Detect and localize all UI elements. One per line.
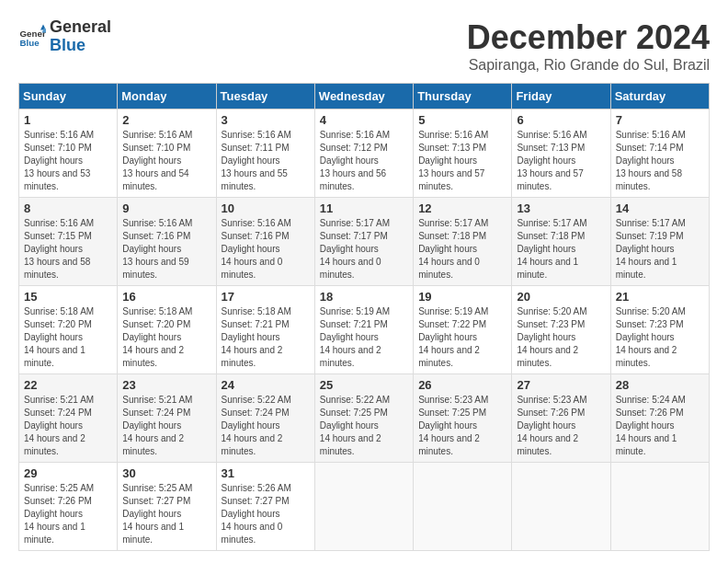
day-number: 21 <box>616 290 704 304</box>
day-info: Sunrise: 5:16 AMSunset: 7:14 PMDaylight … <box>616 129 704 193</box>
logo-text-blue: Blue <box>50 37 111 55</box>
header-saturday: Saturday <box>610 84 709 109</box>
calendar-cell: 30Sunrise: 5:25 AMSunset: 7:27 PMDayligh… <box>118 463 216 551</box>
calendar-cell <box>414 463 512 551</box>
calendar-cell: 8Sunrise: 5:16 AMSunset: 7:15 PMDaylight… <box>19 198 118 286</box>
calendar-cell: 22Sunrise: 5:21 AMSunset: 7:24 PMDayligh… <box>19 374 118 463</box>
calendar-cell: 20Sunrise: 5:20 AMSunset: 7:23 PMDayligh… <box>512 286 610 374</box>
day-number: 22 <box>24 378 112 392</box>
calendar-cell: 1Sunrise: 5:16 AMSunset: 7:10 PMDaylight… <box>19 109 118 198</box>
day-info: Sunrise: 5:16 AMSunset: 7:10 PMDaylight … <box>24 129 112 193</box>
day-info: Sunrise: 5:17 AMSunset: 7:17 PMDaylight … <box>320 217 408 282</box>
day-info: Sunrise: 5:25 AMSunset: 7:26 PMDaylight … <box>24 482 112 546</box>
header-tuesday: Tuesday <box>216 84 314 109</box>
logo-text-general: General <box>50 18 111 37</box>
calendar-cell: 26Sunrise: 5:23 AMSunset: 7:25 PMDayligh… <box>414 374 512 463</box>
calendar-cell <box>512 463 610 551</box>
day-number: 2 <box>122 113 210 127</box>
header-friday: Friday <box>512 84 610 109</box>
calendar-cell: 16Sunrise: 5:18 AMSunset: 7:20 PMDayligh… <box>118 286 216 374</box>
calendar-cell: 21Sunrise: 5:20 AMSunset: 7:23 PMDayligh… <box>610 286 709 374</box>
day-number: 3 <box>222 113 310 127</box>
day-info: Sunrise: 5:19 AMSunset: 7:21 PMDaylight … <box>320 305 408 370</box>
location-title: Sapiranga, Rio Grande do Sul, Brazil <box>467 57 710 74</box>
day-number: 8 <box>24 201 112 215</box>
day-info: Sunrise: 5:17 AMSunset: 7:18 PMDaylight … <box>517 217 605 282</box>
day-number: 19 <box>418 290 506 304</box>
day-info: Sunrise: 5:20 AMSunset: 7:23 PMDaylight … <box>517 305 605 370</box>
header-monday: Monday <box>118 84 216 109</box>
calendar-cell: 7Sunrise: 5:16 AMSunset: 7:14 PMDaylight… <box>610 109 709 198</box>
day-number: 6 <box>517 113 605 127</box>
calendar-cell: 17Sunrise: 5:18 AMSunset: 7:21 PMDayligh… <box>216 286 314 374</box>
day-info: Sunrise: 5:21 AMSunset: 7:24 PMDaylight … <box>24 394 112 458</box>
calendar-cell: 28Sunrise: 5:24 AMSunset: 7:26 PMDayligh… <box>610 374 709 463</box>
day-number: 14 <box>616 201 704 215</box>
day-number: 4 <box>320 113 408 127</box>
day-number: 5 <box>418 113 506 127</box>
day-number: 18 <box>320 290 408 304</box>
day-number: 23 <box>122 378 210 392</box>
day-number: 31 <box>222 466 310 480</box>
header-thursday: Thursday <box>414 84 512 109</box>
calendar-cell: 15Sunrise: 5:18 AMSunset: 7:20 PMDayligh… <box>19 286 118 374</box>
calendar-cell <box>314 463 413 551</box>
day-info: Sunrise: 5:16 AMSunset: 7:11 PMDaylight … <box>222 129 310 193</box>
day-info: Sunrise: 5:16 AMSunset: 7:12 PMDaylight … <box>320 129 408 193</box>
day-info: Sunrise: 5:16 AMSunset: 7:16 PMDaylight … <box>122 217 210 282</box>
logo: General Blue General Blue <box>18 18 111 55</box>
page-header: General Blue General Blue December 2024 … <box>18 18 710 74</box>
calendar-cell: 3Sunrise: 5:16 AMSunset: 7:11 PMDaylight… <box>216 109 314 198</box>
day-info: Sunrise: 5:23 AMSunset: 7:25 PMDaylight … <box>418 394 506 458</box>
calendar-week-2: 8Sunrise: 5:16 AMSunset: 7:15 PMDaylight… <box>19 198 710 286</box>
calendar-week-3: 15Sunrise: 5:18 AMSunset: 7:20 PMDayligh… <box>19 286 710 374</box>
day-number: 1 <box>24 113 112 127</box>
day-info: Sunrise: 5:16 AMSunset: 7:16 PMDaylight … <box>222 217 310 282</box>
calendar-cell: 2Sunrise: 5:16 AMSunset: 7:10 PMDaylight… <box>118 109 216 198</box>
day-number: 9 <box>122 201 210 215</box>
calendar-cell: 6Sunrise: 5:16 AMSunset: 7:13 PMDaylight… <box>512 109 610 198</box>
day-number: 10 <box>222 201 310 215</box>
svg-text:Blue: Blue <box>20 38 40 48</box>
calendar-cell: 12Sunrise: 5:17 AMSunset: 7:18 PMDayligh… <box>414 198 512 286</box>
calendar-cell: 23Sunrise: 5:21 AMSunset: 7:24 PMDayligh… <box>118 374 216 463</box>
day-number: 24 <box>222 378 310 392</box>
day-number: 13 <box>517 201 605 215</box>
calendar-cell: 31Sunrise: 5:26 AMSunset: 7:27 PMDayligh… <box>216 463 314 551</box>
day-info: Sunrise: 5:26 AMSunset: 7:27 PMDaylight … <box>222 482 310 546</box>
day-number: 12 <box>418 201 506 215</box>
calendar-cell: 25Sunrise: 5:22 AMSunset: 7:25 PMDayligh… <box>314 374 413 463</box>
day-info: Sunrise: 5:18 AMSunset: 7:20 PMDaylight … <box>122 305 210 370</box>
day-info: Sunrise: 5:19 AMSunset: 7:22 PMDaylight … <box>418 305 506 370</box>
day-number: 26 <box>418 378 506 392</box>
day-info: Sunrise: 5:16 AMSunset: 7:10 PMDaylight … <box>122 129 210 193</box>
calendar-cell: 5Sunrise: 5:16 AMSunset: 7:13 PMDaylight… <box>414 109 512 198</box>
day-number: 27 <box>517 378 605 392</box>
day-info: Sunrise: 5:21 AMSunset: 7:24 PMDaylight … <box>122 394 210 458</box>
day-number: 29 <box>24 466 112 480</box>
day-number: 17 <box>222 290 310 304</box>
calendar-cell: 4Sunrise: 5:16 AMSunset: 7:12 PMDaylight… <box>314 109 413 198</box>
calendar-cell: 11Sunrise: 5:17 AMSunset: 7:17 PMDayligh… <box>314 198 413 286</box>
day-info: Sunrise: 5:20 AMSunset: 7:23 PMDaylight … <box>616 305 704 370</box>
day-info: Sunrise: 5:16 AMSunset: 7:15 PMDaylight … <box>24 217 112 282</box>
day-info: Sunrise: 5:22 AMSunset: 7:25 PMDaylight … <box>320 394 408 458</box>
day-number: 15 <box>24 290 112 304</box>
day-info: Sunrise: 5:25 AMSunset: 7:27 PMDaylight … <box>122 482 210 546</box>
calendar-cell: 18Sunrise: 5:19 AMSunset: 7:21 PMDayligh… <box>314 286 413 374</box>
calendar-cell: 29Sunrise: 5:25 AMSunset: 7:26 PMDayligh… <box>19 463 118 551</box>
calendar-cell: 19Sunrise: 5:19 AMSunset: 7:22 PMDayligh… <box>414 286 512 374</box>
logo-icon: General Blue <box>18 23 46 51</box>
day-info: Sunrise: 5:24 AMSunset: 7:26 PMDaylight … <box>616 394 704 458</box>
header-row: SundayMondayTuesdayWednesdayThursdayFrid… <box>19 84 710 109</box>
calendar-cell: 24Sunrise: 5:22 AMSunset: 7:24 PMDayligh… <box>216 374 314 463</box>
day-number: 30 <box>122 466 210 480</box>
day-number: 7 <box>616 113 704 127</box>
day-info: Sunrise: 5:22 AMSunset: 7:24 PMDaylight … <box>222 394 310 458</box>
calendar-cell: 27Sunrise: 5:23 AMSunset: 7:26 PMDayligh… <box>512 374 610 463</box>
day-info: Sunrise: 5:16 AMSunset: 7:13 PMDaylight … <box>517 129 605 193</box>
calendar-cell <box>610 463 709 551</box>
month-title: December 2024 <box>467 18 710 57</box>
header-sunday: Sunday <box>19 84 118 109</box>
calendar-week-4: 22Sunrise: 5:21 AMSunset: 7:24 PMDayligh… <box>19 374 710 463</box>
